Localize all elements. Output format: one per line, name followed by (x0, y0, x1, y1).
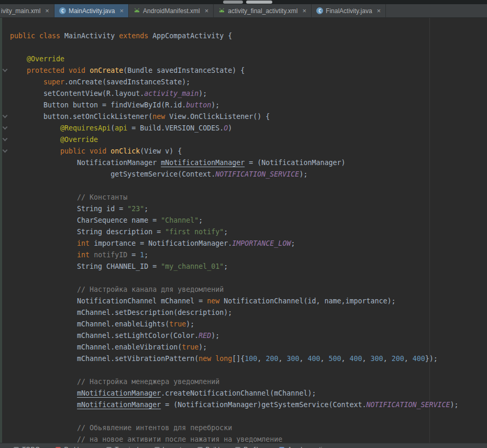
code-line: @Override (10, 134, 487, 146)
fold-marker-icon[interactable] (3, 113, 8, 118)
fold-marker-icon[interactable] (3, 148, 8, 153)
close-tab-icon[interactable]: × (205, 7, 209, 14)
fold-marker-icon[interactable] (3, 67, 8, 72)
code-line: // Настройка менеджера уведомлений (10, 376, 487, 388)
close-tab-icon[interactable]: × (45, 7, 49, 14)
statusbar-label: Logcat (163, 446, 182, 448)
tab-label: AndroidManifest.xml (143, 7, 200, 15)
code-line: // Настройка канала для уведомлений (10, 284, 487, 296)
statusbar-label: TODO (22, 446, 40, 448)
code-line: mNotificationManager.createNotificationC… (10, 388, 487, 399)
code-line: mChannel.setVibrationPattern(new long[]{… (10, 353, 487, 365)
statusbar-label: Build (206, 446, 220, 448)
statusbar-label: App Inspection (287, 446, 329, 448)
code-line (10, 411, 487, 422)
code-line: @RequiresApi(api = Build.VERSION_CODES.O… (10, 123, 487, 134)
titlebar (0, 0, 487, 4)
editor-gutter[interactable] (0, 18, 10, 443)
code-line: mChannel.enableVibration(true); (10, 342, 487, 353)
code-area[interactable]: public class MainActivity extends AppCom… (10, 18, 487, 443)
close-tab-icon[interactable]: × (377, 7, 381, 14)
fold-marker-icon[interactable] (3, 136, 8, 141)
code-line: String id = "23"; (10, 203, 487, 215)
class-icon: C (59, 7, 66, 14)
code-line: CharSequence name = "Channel"; (10, 215, 487, 226)
titlebar-button[interactable] (223, 1, 243, 4)
statusbar-item-profiler[interactable]: Profiler (235, 446, 263, 448)
editor-tab-androidmanifest-xml[interactable]: AndroidManifest.xml× (129, 4, 214, 17)
code-line: int importance = NotificationManager.IMP… (10, 238, 487, 249)
statusbar-item-todo[interactable]: TODO (14, 446, 40, 448)
code-line: public class MainActivity extends AppCom… (10, 30, 487, 42)
ide-window: ivity_main.xml×CMainActivity.java×Androi… (0, 0, 487, 448)
editor-tab-mainactivity-java[interactable]: CMainActivity.java× (54, 4, 129, 17)
code-line: mChannel.setDescription(description); (10, 307, 487, 319)
code-line: NotificationManager mNotificationManager… (10, 157, 487, 169)
code-line: NotificationChannel mChannel = new Notif… (10, 296, 487, 307)
titlebar-button[interactable] (246, 1, 272, 4)
code-line: super.onCreate(savedInstanceState); (10, 77, 487, 88)
code-line: protected void onCreate(Bundle savedInst… (10, 65, 487, 77)
code-line: // Константы (10, 192, 487, 203)
code-line (10, 272, 487, 284)
fold-marker-icon[interactable] (3, 125, 8, 130)
tab-label: activity_final_activtity.xml (228, 7, 297, 15)
code-line: public void onClick(View v) { (10, 146, 487, 157)
code-line (10, 180, 487, 192)
tab-label: MainActivity.java (69, 7, 115, 15)
android-icon (218, 7, 225, 14)
code-line: String CHANNEL_ID = "my_channel_01"; (10, 261, 487, 272)
statusbar-item-app-inspection[interactable]: App Inspection (279, 446, 329, 448)
code-line: mNotificationManager = (NotificationMana… (10, 399, 487, 411)
close-tab-icon[interactable]: × (303, 7, 307, 14)
statusbar-item-terminal[interactable]: Terminal (106, 446, 138, 448)
editor-tab-activity-final-activtity-xml[interactable]: activity_final_activtity.xml× (214, 4, 312, 17)
code-line: getSystemService(Context.NOTIFICATION_SE… (10, 169, 487, 180)
status-bar: TODOProblemsTerminalLogcatBuildProfilerA… (0, 443, 487, 448)
statusbar-item-logcat[interactable]: Logcat (154, 446, 182, 448)
tab-label: FinalActivity.java (326, 7, 372, 15)
editor-pane[interactable]: public class MainActivity extends AppCom… (0, 18, 487, 443)
code-line: // Обьявление интентов для переброски (10, 422, 487, 434)
code-line (10, 365, 487, 376)
code-line (10, 42, 487, 53)
editor-tab-ivity-main-xml[interactable]: ivity_main.xml× (0, 4, 54, 17)
code-line: mChannel.setLightColor(Color.RED); (10, 330, 487, 342)
editor-tab-bar: ivity_main.xml×CMainActivity.java×Androi… (0, 4, 487, 18)
code-line: String description = "first notify"; (10, 226, 487, 238)
class-icon: C (316, 7, 323, 14)
statusbar-label: Profiler (244, 446, 263, 448)
code-line: int notifyID = 1; (10, 249, 487, 261)
code-line: mChannel.enableLights(true); (10, 319, 487, 330)
statusbar-item-build[interactable]: Build (197, 446, 220, 448)
tab-label: ivity_main.xml (1, 7, 40, 15)
code-line: setContentView(R.layout.activity_main); (10, 88, 487, 100)
code-line: @Override (10, 53, 487, 65)
code-line: // на новое активити после нажатия на ув… (10, 434, 487, 443)
statusbar-item-problems[interactable]: Problems (56, 446, 91, 448)
code-line: button.setOnClickListener(new View.OnCli… (10, 111, 487, 123)
statusbar-label: Terminal (115, 446, 138, 448)
statusbar-label: Problems (64, 446, 91, 448)
editor-tab-finalactivity-java[interactable]: CFinalActivity.java× (312, 4, 386, 17)
code-line: Button button = findViewById(R.id.button… (10, 100, 487, 111)
android-icon (134, 7, 140, 14)
close-tab-icon[interactable]: × (119, 7, 124, 14)
